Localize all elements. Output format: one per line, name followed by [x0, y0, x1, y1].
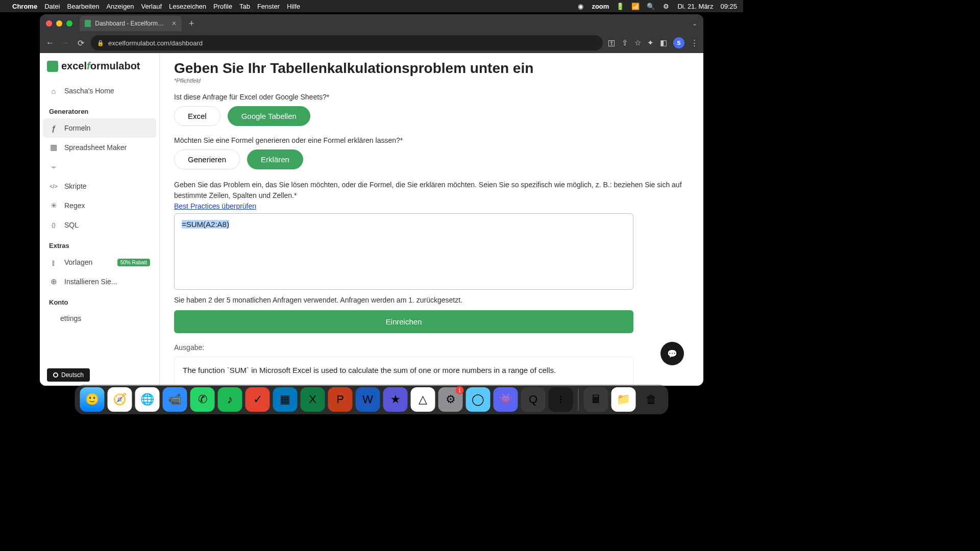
zoom-label[interactable]: zoom: [592, 3, 609, 10]
dock-finder[interactable]: 🙂: [80, 387, 105, 412]
menu-profile[interactable]: Profile: [213, 3, 232, 10]
dock-discord[interactable]: 👾: [494, 387, 518, 412]
code-icon: </>: [49, 182, 58, 191]
dock-app-a[interactable]: ◯: [466, 387, 491, 412]
forward-button[interactable]: →: [60, 38, 70, 47]
tabs-menu-icon[interactable]: ⌄: [692, 20, 697, 27]
menu-verlauf[interactable]: Verlauf: [141, 3, 162, 10]
address-bar[interactable]: 🔒 excelformulabot.com/dashboard: [91, 35, 603, 51]
sidebar-item-label: Spreadsheet Maker: [64, 143, 127, 152]
chrome-menu-icon[interactable]: ⋮: [691, 38, 698, 47]
dock-chrome[interactable]: 🌐: [135, 387, 160, 412]
menubar-date[interactable]: Di. 21. März: [677, 3, 713, 10]
menu-hilfe[interactable]: Hilfe: [287, 3, 300, 10]
sidebar-item-charts[interactable]: ⫟: [40, 157, 159, 177]
control-center-icon[interactable]: ⚙: [662, 2, 670, 10]
close-window-button[interactable]: [46, 20, 52, 27]
output-box: The function `SUM` in Microsoft Excel is…: [174, 357, 633, 386]
dock-trash[interactable]: 🗑: [639, 387, 664, 412]
menu-fenster[interactable]: Fenster: [257, 3, 280, 10]
sidebar-item-regex[interactable]: ✳ Regex: [40, 196, 159, 215]
dock-excel[interactable]: X: [301, 387, 325, 412]
braces-icon: {}: [49, 220, 58, 230]
close-tab-icon[interactable]: ✕: [172, 20, 177, 27]
best-practices-link[interactable]: Best Practices überprüfen: [174, 202, 256, 210]
dock-zoom[interactable]: 📹: [163, 387, 187, 412]
language-selector[interactable]: Deutsch: [47, 368, 90, 382]
dock-powerpoint[interactable]: P: [328, 387, 353, 412]
sidebar-item-scripts[interactable]: </> Skripte: [40, 177, 159, 196]
main-panel: Geben Sie Ihr Tabellenkalkulationsproble…: [160, 53, 703, 386]
app-logo[interactable]: excelformulabot: [40, 60, 159, 81]
option-google-sheets[interactable]: Google Tabellen: [228, 106, 310, 126]
tab-title: Dashboard - Excelformabot.c: [95, 20, 164, 27]
option-explain[interactable]: Erklären: [247, 149, 303, 169]
dock-trello[interactable]: ▦: [273, 387, 298, 412]
sidebar-item-label: Regex: [64, 202, 85, 210]
dock-audio[interactable]: ⫶: [549, 387, 573, 412]
sidebar-item-install[interactable]: ⊕ Installieren Sie...: [40, 272, 159, 291]
option-generate[interactable]: Generieren: [174, 149, 240, 169]
sidebar-item-settings[interactable]: ettings: [40, 309, 159, 328]
back-button[interactable]: ←: [45, 38, 55, 47]
globe-icon: [53, 372, 58, 378]
sidebar-item-formulas[interactable]: ƒ Formeln: [43, 118, 156, 138]
sidebar-item-sql[interactable]: {} SQL: [40, 215, 159, 235]
sidebar-item-spreadsheet-maker[interactable]: ▦ Spreadsheet Maker: [40, 138, 159, 157]
formula-input[interactable]: =SUM(A2:A8): [174, 213, 633, 290]
chat-icon: 💬: [667, 349, 677, 359]
maximize-window-button[interactable]: [66, 20, 72, 27]
menu-tab[interactable]: Tab: [239, 3, 250, 10]
sidebar-item-home[interactable]: ⌂ Sascha's Home: [40, 81, 159, 101]
sidebar-item-label: Formeln: [64, 124, 90, 132]
key-icon[interactable]: ⚿: [608, 39, 616, 47]
dock-safari[interactable]: 🧭: [108, 387, 132, 412]
bookmark-icon[interactable]: ☆: [634, 38, 641, 47]
chat-fab[interactable]: 💬: [660, 342, 684, 365]
reload-button[interactable]: ⟳: [76, 38, 86, 48]
dock-calculator[interactable]: 🖩: [584, 387, 608, 412]
extensions-icon[interactable]: ✦: [647, 38, 654, 47]
menu-datei[interactable]: Datei: [44, 3, 60, 10]
active-app-name[interactable]: Chrome: [12, 3, 37, 10]
dock-whatsapp[interactable]: ✆: [190, 387, 215, 412]
grid-icon: ▦: [49, 143, 58, 152]
sidebar-item-label: Skripte: [64, 182, 87, 190]
menu-lesezeichen[interactable]: Lesezeichen: [169, 3, 206, 10]
share-icon[interactable]: ⇪: [622, 38, 628, 47]
search-icon[interactable]: 🔍: [647, 2, 655, 10]
menu-bearbeiten[interactable]: Bearbeiten: [67, 3, 99, 10]
sidebar-item-templates[interactable]: ⫿ Vorlagen 50% Rabatt: [40, 253, 159, 272]
logo-text: excelformulabot: [61, 60, 140, 72]
menu-anzeigen[interactable]: Anzeigen: [106, 3, 134, 10]
dock-quicktime[interactable]: Q: [521, 387, 546, 412]
wifi-icon[interactable]: 📶: [631, 2, 640, 10]
chart-icon: ⫟: [49, 162, 58, 171]
dock-settings[interactable]: ⚙1: [438, 387, 463, 412]
dock-todoist[interactable]: ✓: [246, 387, 270, 412]
dock-spotify[interactable]: ♪: [218, 387, 242, 412]
menubar-time[interactable]: 09:25: [720, 3, 737, 10]
logo-badge-icon: [47, 61, 58, 72]
url-text: excelformulabot.com/dashboard: [108, 39, 203, 47]
new-tab-button[interactable]: +: [186, 18, 198, 29]
dock-drive[interactable]: △: [411, 387, 435, 412]
option-excel[interactable]: Excel: [174, 106, 220, 126]
dock-word[interactable]: W: [356, 387, 380, 412]
sidebar-item-label: Vorlagen: [64, 258, 92, 266]
dock-imovie[interactable]: ★: [383, 387, 408, 412]
submit-button[interactable]: Einreichen: [174, 310, 633, 333]
question-platform: Ist diese Anfrage für Excel oder Google …: [174, 93, 689, 101]
side-panel-icon[interactable]: ◧: [660, 38, 667, 47]
browser-tab[interactable]: Dashboard - Excelformabot.c ✕: [80, 16, 182, 31]
record-icon[interactable]: ◉: [576, 2, 584, 10]
profile-avatar[interactable]: S: [673, 37, 684, 48]
minimize-window-button[interactable]: [56, 20, 62, 27]
sidebar-section-generators: Generatoren: [40, 101, 159, 118]
dock-downloads[interactable]: 📁: [611, 387, 636, 412]
function-icon: ƒ: [49, 123, 58, 133]
sidebar-section-extras: Extras: [40, 235, 159, 253]
bars-icon: ⫿: [49, 258, 58, 267]
battery-icon[interactable]: 🔋: [616, 2, 624, 10]
dock-separator: [578, 388, 579, 411]
